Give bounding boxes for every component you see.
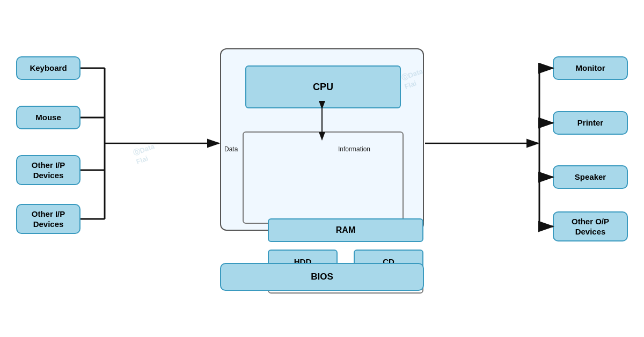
information-label: Information [338,145,370,153]
other-ip1-box: Other I/PDevices [16,155,80,185]
data-label: Data [224,145,238,153]
printer-box: Printer [553,111,628,135]
speaker-box: Speaker [553,165,628,189]
watermark-1: ⓪DataFlai [132,142,159,166]
mouse-box: Mouse [16,106,80,129]
bios-box: BIOS [220,263,424,291]
keyboard-box: Keyboard [16,56,80,80]
memory-outer: RAM HDD CD Memory [243,131,404,224]
cpu-box: CPU [245,65,401,108]
diagram-container: Keyboard Mouse Other I/PDevices Other I/… [0,0,644,337]
monitor-box: Monitor [553,56,628,80]
other-ip2-box: Other I/PDevices [16,204,80,234]
ram-box: RAM [268,218,423,242]
computer-box: CPU RAM HDD CD Memory [220,48,424,231]
other-op-box: Other O/PDevices [553,211,628,241]
